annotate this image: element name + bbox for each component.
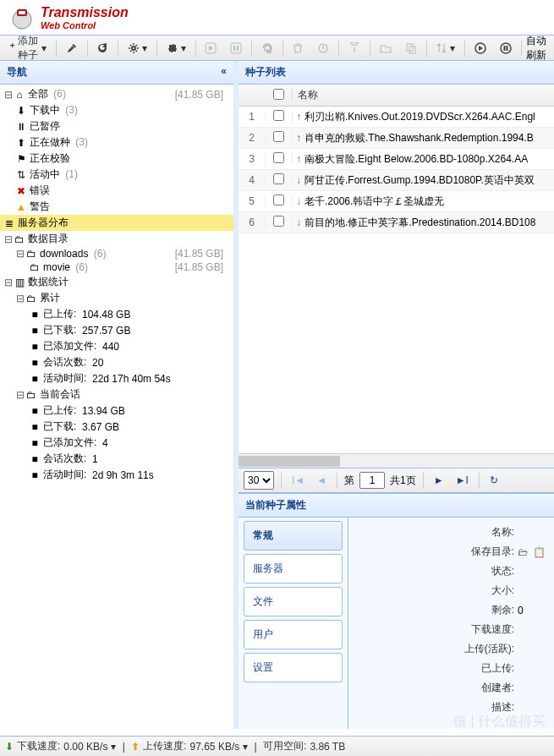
- tab-files[interactable]: 文件: [244, 587, 343, 616]
- open-folder-icon[interactable]: 🗁: [518, 546, 528, 558]
- nav-stats[interactable]: ⊟▥数据统计: [0, 274, 233, 290]
- remove-button[interactable]: [286, 39, 310, 58]
- expand-icon[interactable]: ⊟: [3, 233, 14, 245]
- row-checkbox[interactable]: [273, 194, 284, 205]
- field-desc-label: 描述:: [357, 700, 518, 715]
- props-tabs: 常规 服务器 文件 用户 设置: [239, 518, 348, 729]
- tab-users[interactable]: 用户: [244, 620, 343, 649]
- svg-rect-7: [237, 46, 239, 51]
- plugins-button[interactable]: ▾: [161, 39, 192, 58]
- tab-servers[interactable]: 服务器: [244, 554, 343, 583]
- file-icon: ■: [29, 309, 41, 320]
- tab-settings[interactable]: 设置: [244, 653, 343, 682]
- svg-rect-14: [506, 46, 507, 51]
- nav-movie-folder[interactable]: 🗀movie (6)[41.85 GB]: [0, 260, 233, 274]
- nav-checking[interactable]: ⚑正在校验: [0, 151, 233, 167]
- expand-icon[interactable]: ⊟: [3, 89, 14, 101]
- col-name-header[interactable]: 名称: [293, 88, 554, 102]
- nav-paused[interactable]: ⏸已暂停: [0, 118, 233, 134]
- warning-icon: ▲: [15, 201, 27, 213]
- last-page-button[interactable]: ►I: [453, 474, 472, 486]
- stat-total-added: ■已添加文件: 440: [0, 338, 233, 354]
- field-uploaded-label: 已上传:: [357, 661, 518, 676]
- caret-down-icon[interactable]: ▾: [243, 741, 248, 753]
- expand-icon[interactable]: ⊟: [3, 277, 14, 288]
- nav-downloading[interactable]: ⬇下载中 (3): [0, 102, 233, 118]
- table-row[interactable]: 6 ↓前目的地.修正中英字幕.Predestination.2014.BD108: [239, 212, 554, 233]
- add-torrent-label: 添加种子: [18, 34, 39, 63]
- nav-servers[interactable]: ≣服务器分布: [0, 215, 233, 231]
- first-page-button[interactable]: I◄: [288, 474, 308, 486]
- next-page-button[interactable]: ►: [431, 474, 447, 486]
- row-checkbox[interactable]: [273, 110, 284, 121]
- table-row[interactable]: 3 ↑南极大冒险.Eight Below.2006.BD-1080p.X264.…: [239, 149, 554, 170]
- queue-button[interactable]: ▾: [430, 39, 461, 58]
- nav-stats-session[interactable]: ⊟🗀当前会话: [0, 386, 233, 403]
- nav-datafolder[interactable]: ⊟🗀数据目录: [0, 231, 233, 247]
- nav-all[interactable]: ⊟⌂全部 (6)[41.85 GB]: [0, 86, 233, 102]
- refresh-button[interactable]: [91, 39, 114, 58]
- pause-torrent-button[interactable]: [224, 39, 248, 58]
- pager: 30 I◄ ◄ 第 共1页 ► ►I ↻: [239, 468, 554, 493]
- start-button[interactable]: [60, 39, 84, 58]
- row-checkbox[interactable]: [273, 173, 284, 184]
- folder-icon: 🗀: [14, 233, 25, 245]
- start-all-button[interactable]: [469, 39, 492, 58]
- nav-error[interactable]: ✖错误: [0, 183, 233, 199]
- download-arrow-icon: ↓: [296, 216, 301, 228]
- clipboard-icon[interactable]: 📋: [533, 546, 546, 558]
- table-row[interactable]: 5 ↓老千.2006.韩语中字￡圣城虚无: [239, 191, 554, 212]
- torrent-name: 前目的地.修正中英字幕.Predestination.2014.BD108: [304, 216, 535, 230]
- select-all-checkbox[interactable]: [273, 89, 284, 100]
- row-checkbox[interactable]: [273, 131, 284, 142]
- nav-stats-total[interactable]: ⊟🗀累计: [0, 290, 233, 306]
- collapse-nav-icon[interactable]: «: [221, 65, 227, 79]
- location-button[interactable]: [374, 39, 398, 58]
- file-icon: ■: [29, 453, 41, 465]
- swap-icon: ⇅: [15, 169, 27, 181]
- torrent-name: 阿甘正传.Forrest.Gump.1994.BD1080P.英语中英双: [304, 173, 535, 188]
- dropdown-caret-icon: ▾: [181, 42, 186, 54]
- copy-button[interactable]: [399, 39, 423, 58]
- row-checkbox[interactable]: [273, 216, 284, 227]
- pause-all-button[interactable]: [494, 39, 518, 58]
- nav-title-bar: 导航 «: [0, 61, 233, 85]
- nav-seeding[interactable]: ⬆正在做种 (3): [0, 134, 233, 151]
- verify-torrent-button[interactable]: [311, 39, 335, 58]
- caret-down-icon[interactable]: ▾: [111, 741, 116, 753]
- settings-button[interactable]: ▾: [122, 39, 153, 58]
- expand-icon[interactable]: ⊟: [15, 293, 25, 304]
- rocket-icon: [66, 42, 78, 54]
- grid-header: 名称: [239, 85, 554, 107]
- play-circle-icon: [474, 42, 486, 54]
- table-row[interactable]: 4 ↓阿甘正传.Forrest.Gump.1994.BD1080P.英语中英双: [239, 170, 554, 191]
- refresh-icon: [96, 42, 108, 54]
- stat-total-sessions: ■会话次数: 20: [0, 354, 233, 370]
- table-row[interactable]: 2 ↑肖申克的救赎.The.Shawshank.Redemption.1994.…: [239, 128, 554, 149]
- puzzle-icon: [167, 42, 178, 54]
- row-checkbox[interactable]: [273, 152, 284, 163]
- nav-active[interactable]: ⇅活动中 (1): [0, 167, 233, 183]
- announce-button[interactable]: [343, 39, 366, 58]
- nav-warning[interactable]: ▲警告: [0, 199, 233, 215]
- recheck-button[interactable]: [255, 39, 279, 58]
- torrent-name: 利刃出鞘.Knives.Out.2019.DVDScr.X264.AAC.Eng…: [304, 110, 535, 124]
- start-torrent-button[interactable]: [199, 39, 222, 58]
- reload-button[interactable]: ↻: [486, 474, 502, 486]
- table-row[interactable]: 1 ↑利刃出鞘.Knives.Out.2019.DVDScr.X264.AAC.…: [239, 107, 554, 128]
- field-dlspeed-label: 下载速度:: [357, 622, 518, 637]
- nav-downloads-folder[interactable]: ⊟🗀downloads (6)[41.85 GB]: [0, 247, 233, 260]
- tab-general[interactable]: 常规: [244, 521, 343, 551]
- add-torrent-button[interactable]: 添加种子 ▾: [3, 39, 52, 58]
- prev-page-button[interactable]: ◄: [313, 474, 330, 486]
- expand-icon[interactable]: ⊟: [15, 389, 25, 401]
- svg-rect-2: [19, 11, 25, 14]
- file-icon: ■: [29, 325, 41, 337]
- nav-title: 导航: [7, 65, 27, 79]
- expand-icon[interactable]: ⊟: [15, 248, 25, 260]
- file-icon: ■: [29, 405, 41, 417]
- page-input[interactable]: [359, 472, 385, 489]
- pagesize-select[interactable]: 30: [244, 471, 274, 490]
- horizontal-scrollbar[interactable]: [239, 453, 554, 468]
- status-ul-value: 97.65 KB/s: [190, 741, 240, 753]
